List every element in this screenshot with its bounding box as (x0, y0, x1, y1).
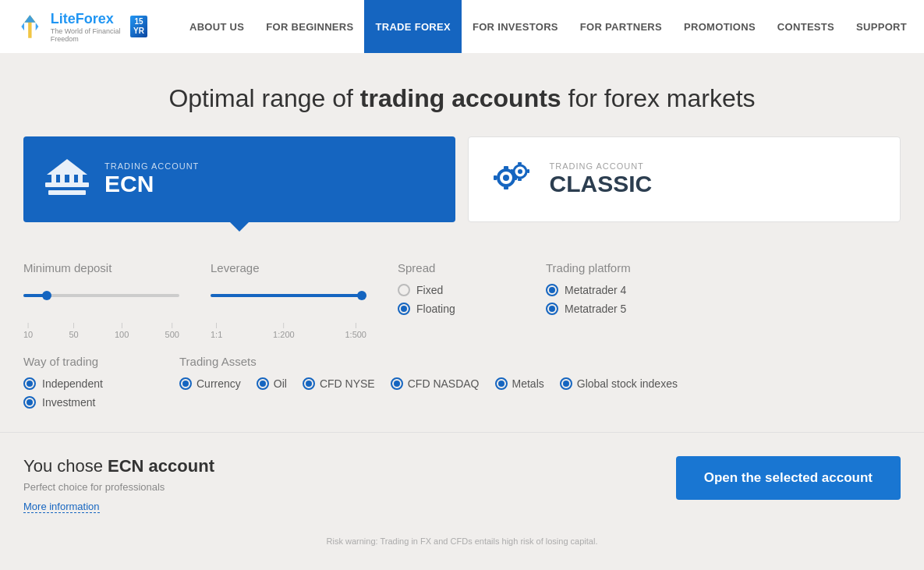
nav-for-partners[interactable]: FOR PARTNERS (569, 0, 673, 53)
svg-rect-15 (494, 175, 497, 180)
deposit-slider[interactable] (23, 284, 179, 307)
account-card-classic[interactable]: TRADING ACCOUNT CLASSIC (468, 136, 901, 222)
svg-rect-19 (511, 169, 513, 173)
ecn-icon (42, 153, 92, 206)
hero-section: Optimal range of trading accounts for fo… (0, 53, 924, 136)
svg-rect-3 (45, 182, 89, 187)
trading-platform-label: Trading platform (546, 261, 702, 274)
asset-currency[interactable]: Currency (179, 377, 241, 390)
logo-icon (16, 7, 44, 46)
way-of-trading-options: Independent Investment (23, 377, 148, 409)
accounts-row: TRADING ACCOUNT ECN (0, 136, 924, 222)
logo-badge: 15YR (130, 16, 147, 37)
details-grid-2: Way of trading Independent Investment Tr… (23, 355, 901, 409)
svg-rect-5 (51, 175, 56, 182)
nav-about-us[interactable]: ABOUT US (179, 0, 255, 53)
svg-rect-18 (518, 179, 522, 181)
svg-rect-7 (69, 175, 74, 182)
leverage-slider[interactable] (211, 284, 366, 307)
platform-mt4[interactable]: Metatrader 4 (546, 284, 702, 296)
bottom-left: You chose ECN account Perfect choice for… (23, 456, 214, 513)
open-account-button[interactable]: Open the selected account (676, 456, 901, 500)
chose-title: You chose ECN account (23, 456, 214, 476)
way-independent[interactable]: Independent (23, 377, 148, 390)
platform-options: Metatrader 4 Metatrader 5 (546, 284, 702, 315)
svg-rect-13 (504, 166, 508, 169)
spread-options: Fixed Floating (398, 284, 515, 315)
platform-mt5[interactable]: Metatrader 5 (546, 303, 702, 315)
asset-cfd-nyse[interactable]: CFD NYSE (303, 377, 375, 390)
svg-marker-4 (47, 159, 87, 175)
svg-rect-16 (514, 175, 517, 180)
details-section: Minimum deposit 10 50 100 500 Leverage (0, 246, 924, 409)
nav-for-investors[interactable]: FOR INVESTORS (462, 0, 569, 53)
trading-assets-label: Trading Assets (179, 355, 901, 368)
logo-name: LiteForex (51, 11, 124, 27)
leverage-label: Leverage (211, 261, 366, 274)
way-of-trading-block: Way of trading Independent Investment (23, 355, 148, 409)
logo[interactable]: LiteForex The World of Financial Freedom… (16, 7, 147, 46)
asset-oil[interactable]: Oil (257, 377, 287, 390)
hero-title: Optimal range of trading accounts for fo… (16, 84, 908, 113)
details-grid: Minimum deposit 10 50 100 500 Leverage (23, 261, 901, 339)
way-investment[interactable]: Investment (23, 396, 148, 409)
main-nav: ABOUT US FOR BEGINNERS TRADE FOREX FOR I… (179, 0, 924, 53)
risk-warning: Risk warning: Trading in FX and CFDs ent… (0, 529, 924, 561)
asset-cfd-nasdaq[interactable]: CFD NASDAQ (391, 377, 480, 390)
spread-floating[interactable]: Floating (398, 303, 515, 315)
account-card-ecn[interactable]: TRADING ACCOUNT ECN (23, 136, 455, 222)
nav-promotions[interactable]: PROMOTIONS (673, 0, 766, 53)
nav-blog[interactable]: BLOG (918, 0, 924, 53)
asset-metals[interactable]: Metals (495, 377, 544, 390)
svg-point-12 (518, 169, 522, 174)
nav-for-beginners[interactable]: FOR BEGINNERS (255, 0, 364, 53)
leverage-block: Leverage 1:1 1:200 1:500 (211, 261, 366, 339)
nav-support[interactable]: SUPPORT (845, 0, 918, 53)
spread-fixed[interactable]: Fixed (398, 284, 515, 296)
nav-trade-forex[interactable]: TRADE FOREX (364, 0, 461, 53)
svg-rect-20 (527, 169, 529, 173)
logo-tagline: The World of Financial Freedom (51, 27, 124, 43)
svg-rect-14 (504, 186, 508, 189)
trading-assets-options: Currency Oil CFD NYSE CFD NASDAQ Metals (179, 377, 901, 390)
minimum-deposit-label: Minimum deposit (23, 261, 179, 274)
svg-rect-17 (518, 162, 522, 165)
bottom-subtitle: Perfect choice for professionals (23, 481, 214, 493)
svg-point-10 (503, 175, 509, 181)
spread-label: Spread (398, 261, 515, 274)
spread-block: Spread Fixed Floating (398, 261, 515, 339)
nav-contests[interactable]: CONTESTS (766, 0, 845, 53)
way-of-trading-label: Way of trading (23, 355, 148, 368)
minimum-deposit-block: Minimum deposit 10 50 100 500 (23, 261, 179, 339)
header: LiteForex The World of Financial Freedom… (0, 0, 924, 53)
trading-platform-block: Trading platform Metatrader 4 Metatrader… (546, 261, 702, 339)
classic-icon (487, 153, 537, 206)
svg-rect-6 (60, 175, 65, 182)
asset-global-stock[interactable]: Global stock indexes (560, 377, 678, 390)
more-info-link[interactable]: More information (23, 501, 100, 513)
svg-rect-2 (48, 190, 86, 195)
trading-assets-block: Trading Assets Currency Oil CFD NYSE CFD… (179, 355, 901, 409)
svg-rect-8 (78, 175, 83, 182)
bottom-section: You chose ECN account Perfect choice for… (0, 432, 924, 529)
